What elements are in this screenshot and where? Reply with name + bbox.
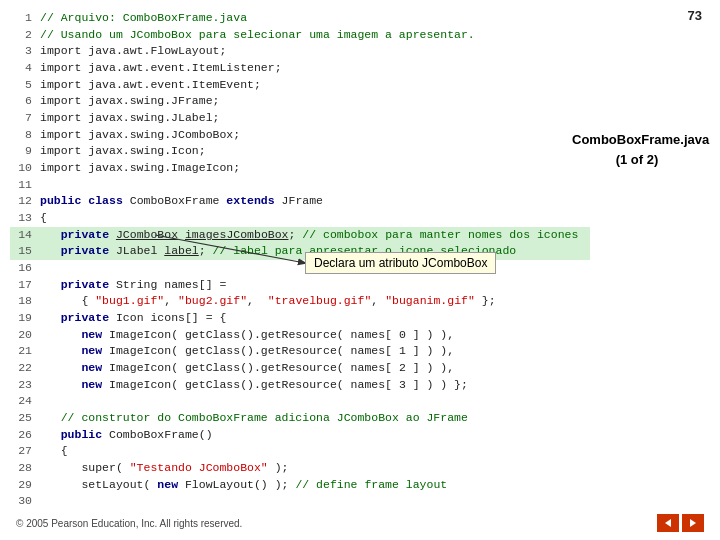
line-num-1: 1 [10,10,32,27]
code-line-26: 26 public ComboBoxFrame() [10,427,590,444]
code-line-3: 3 import java.awt.FlowLayout; [10,43,590,60]
code-line-13: 13 { [10,210,590,227]
code-line-14: 14 private JComboBox imagesJComboBox; //… [10,227,590,244]
line-num-15: 15 [10,243,32,260]
code-text-27: { [40,443,68,460]
code-text-23: new ImageIcon( getClass().getResource( n… [40,377,468,394]
code-line-12: 12 public class ComboBoxFrame extends JF… [10,193,590,210]
line-num-13: 13 [10,210,32,227]
code-text-28: super( "Testando JComboBox" ); [40,460,288,477]
code-line-7: 7 import javax.swing.JLabel; [10,110,590,127]
code-text-25: // construtor do ComboBoxFrame adiciona … [40,410,468,427]
code-text-19: private Icon icons[] = { [40,310,226,327]
code-line-25: 25 // construtor do ComboBoxFrame adicio… [10,410,590,427]
code-text-26: public ComboBoxFrame() [40,427,213,444]
code-line-30: 30 [10,493,590,510]
code-text-12: public class ComboBoxFrame extends JFram… [40,193,323,210]
code-line-19: 19 private Icon icons[] = { [10,310,590,327]
svg-marker-2 [690,519,696,527]
code-text-13: { [40,210,47,227]
line-num-7: 7 [10,110,32,127]
line-num-14: 14 [10,227,32,244]
line-num-10: 10 [10,160,32,177]
line-num-4: 4 [10,60,32,77]
line-num-25: 25 [10,410,32,427]
nav-buttons [657,514,704,532]
code-text-1: // Arquivo: ComboBoxFrame.java [40,10,247,27]
line-num-22: 22 [10,360,32,377]
footer-copyright: © 2005 Pearson Education, Inc. All right… [16,518,242,529]
line-num-23: 23 [10,377,32,394]
line-num-11: 11 [10,177,32,194]
code-text-2: // Usando um JComboBox para selecionar u… [40,27,475,44]
svg-marker-1 [665,519,671,527]
line-num-18: 18 [10,293,32,310]
line-num-8: 8 [10,127,32,144]
line-num-3: 3 [10,43,32,60]
code-line-28: 28 super( "Testando JComboBox" ); [10,460,590,477]
code-text-3: import java.awt.FlowLayout; [40,43,226,60]
page-number: 73 [688,8,702,23]
code-line-18: 18 { "bug1.gif", "bug2.gif", "travelbug.… [10,293,590,310]
callout-box: Declara um atributo JComboBox [305,252,496,274]
prev-button[interactable] [657,514,679,532]
code-text-17: private String names[] = [40,277,226,294]
code-line-6: 6 import javax.swing.JFrame; [10,93,590,110]
code-line-16: 16 [10,260,590,277]
code-line-17: 17 private String names[] = [10,277,590,294]
code-text-22: new ImageIcon( getClass().getResource( n… [40,360,454,377]
prev-icon [663,518,673,528]
file-title: ComboBoxFrame.java [572,130,702,150]
code-line-9: 9 import javax.swing.Icon; [10,143,590,160]
sidebar-info: ComboBoxFrame.java (1 of 2) [572,130,702,169]
code-text-24 [40,393,47,410]
code-line-24: 24 [10,393,590,410]
line-num-24: 24 [10,393,32,410]
line-num-16: 16 [10,260,32,277]
code-line-27: 27 { [10,443,590,460]
code-line-10: 10 import javax.swing.ImageIcon; [10,160,590,177]
line-num-6: 6 [10,93,32,110]
code-text-8: import javax.swing.JComboBox; [40,127,240,144]
code-text-30 [40,493,47,510]
code-line-22: 22 new ImageIcon( getClass().getResource… [10,360,590,377]
code-text-9: import javax.swing.Icon; [40,143,206,160]
line-num-21: 21 [10,343,32,360]
line-num-30: 30 [10,493,32,510]
line-num-5: 5 [10,77,32,94]
code-line-4: 4 import java.awt.event.ItemListener; [10,60,590,77]
line-num-20: 20 [10,327,32,344]
code-text-10: import javax.swing.ImageIcon; [40,160,240,177]
code-line-2: 2 // Usando um JComboBox para selecionar… [10,27,590,44]
code-text-21: new ImageIcon( getClass().getResource( n… [40,343,454,360]
next-icon [688,518,698,528]
code-text-18: { "bug1.gif", "bug2.gif", "travelbug.gif… [40,293,496,310]
next-button[interactable] [682,514,704,532]
code-line-8: 8 import javax.swing.JComboBox; [10,127,590,144]
line-num-27: 27 [10,443,32,460]
file-subtitle: (1 of 2) [572,150,702,170]
code-text-16 [40,260,47,277]
code-text-5: import java.awt.event.ItemEvent; [40,77,261,94]
code-line-1: 1 // Arquivo: ComboBoxFrame.java [10,10,590,27]
line-num-26: 26 [10,427,32,444]
line-num-17: 17 [10,277,32,294]
code-line-20: 20 new ImageIcon( getClass().getResource… [10,327,590,344]
code-text-29: setLayout( new FlowLayout() ); // define… [40,477,447,494]
line-num-2: 2 [10,27,32,44]
code-text-6: import javax.swing.JFrame; [40,93,219,110]
code-line-29: 29 setLayout( new FlowLayout() ); // def… [10,477,590,494]
code-text-7: import javax.swing.JLabel; [40,110,219,127]
line-num-29: 29 [10,477,32,494]
code-text-4: import java.awt.event.ItemListener; [40,60,282,77]
code-line-15: 15 private JLabel label; // label para a… [10,243,590,260]
code-line-5: 5 import java.awt.event.ItemEvent; [10,77,590,94]
line-num-19: 19 [10,310,32,327]
callout-text: Declara um atributo JComboBox [314,256,487,270]
code-line-23: 23 new ImageIcon( getClass().getResource… [10,377,590,394]
code-line-21: 21 new ImageIcon( getClass().getResource… [10,343,590,360]
code-area: 1 // Arquivo: ComboBoxFrame.java 2 // Us… [10,10,590,510]
footer-area: © 2005 Pearson Education, Inc. All right… [0,514,720,532]
line-num-12: 12 [10,193,32,210]
code-text-11 [40,177,47,194]
